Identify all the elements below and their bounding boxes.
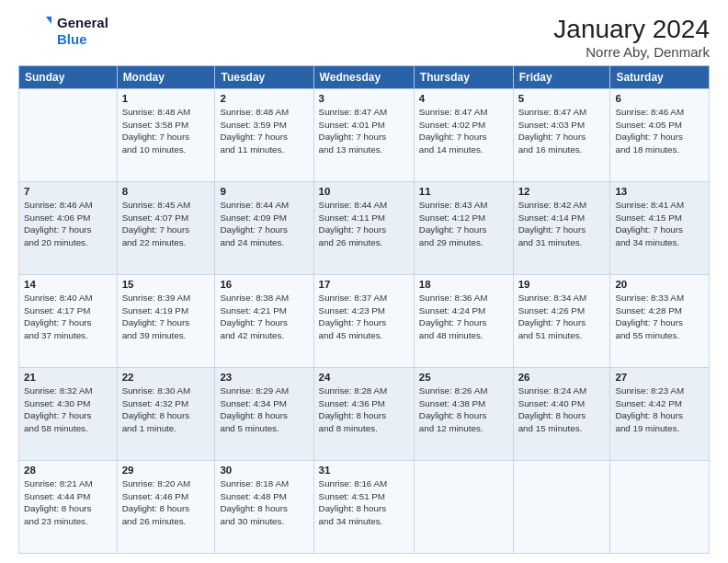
day-info: Sunrise: 8:46 AMSunset: 4:06 PMDaylight:… bbox=[24, 199, 112, 249]
weekday-header: Thursday bbox=[414, 66, 513, 89]
day-info: Sunrise: 8:48 AMSunset: 3:59 PMDaylight:… bbox=[220, 106, 308, 156]
calendar-cell: 30Sunrise: 8:18 AMSunset: 4:48 PMDayligh… bbox=[215, 461, 313, 554]
day-number: 20 bbox=[615, 279, 704, 290]
calendar-week-row: 1Sunrise: 8:48 AMSunset: 3:58 PMDaylight… bbox=[19, 89, 710, 182]
day-info: Sunrise: 8:42 AMSunset: 4:14 PMDaylight:… bbox=[518, 199, 606, 249]
logo-general: General bbox=[57, 15, 108, 31]
calendar-cell: 8Sunrise: 8:45 AMSunset: 4:07 PMDaylight… bbox=[117, 182, 215, 275]
day-number: 8 bbox=[122, 186, 210, 197]
calendar-week-row: 21Sunrise: 8:32 AMSunset: 4:30 PMDayligh… bbox=[19, 368, 710, 461]
calendar-week-row: 14Sunrise: 8:40 AMSunset: 4:17 PMDayligh… bbox=[19, 275, 710, 368]
calendar-header-row: SundayMondayTuesdayWednesdayThursdayFrid… bbox=[19, 66, 710, 89]
day-info: Sunrise: 8:33 AMSunset: 4:28 PMDaylight:… bbox=[615, 292, 704, 342]
day-info: Sunrise: 8:28 AMSunset: 4:36 PMDaylight:… bbox=[319, 385, 409, 435]
day-number: 6 bbox=[615, 93, 704, 104]
day-number: 24 bbox=[319, 372, 409, 383]
day-number: 23 bbox=[220, 372, 308, 383]
day-number: 12 bbox=[518, 186, 606, 197]
calendar-cell: 15Sunrise: 8:39 AMSunset: 4:19 PMDayligh… bbox=[117, 275, 215, 368]
calendar-cell bbox=[414, 461, 513, 554]
weekday-header: Friday bbox=[513, 66, 610, 89]
day-number: 30 bbox=[220, 465, 308, 476]
calendar-cell: 19Sunrise: 8:34 AMSunset: 4:26 PMDayligh… bbox=[513, 275, 610, 368]
day-number: 25 bbox=[419, 372, 508, 383]
day-info: Sunrise: 8:24 AMSunset: 4:40 PMDaylight:… bbox=[518, 385, 606, 435]
calendar-cell: 17Sunrise: 8:37 AMSunset: 4:23 PMDayligh… bbox=[313, 275, 414, 368]
weekday-header: Saturday bbox=[610, 66, 710, 89]
weekday-header: Tuesday bbox=[215, 66, 313, 89]
day-number: 14 bbox=[24, 279, 112, 290]
day-info: Sunrise: 8:39 AMSunset: 4:19 PMDaylight:… bbox=[122, 292, 210, 342]
day-number: 11 bbox=[419, 186, 508, 197]
day-number: 2 bbox=[220, 93, 308, 104]
calendar-cell: 4Sunrise: 8:47 AMSunset: 4:02 PMDaylight… bbox=[414, 89, 513, 182]
calendar-cell: 26Sunrise: 8:24 AMSunset: 4:40 PMDayligh… bbox=[513, 368, 610, 461]
calendar-week-row: 28Sunrise: 8:21 AMSunset: 4:44 PMDayligh… bbox=[19, 461, 710, 554]
day-info: Sunrise: 8:20 AMSunset: 4:46 PMDaylight:… bbox=[122, 477, 210, 528]
weekday-header: Sunday bbox=[19, 66, 118, 89]
day-info: Sunrise: 8:44 AMSunset: 4:11 PMDaylight:… bbox=[319, 199, 409, 249]
calendar-cell: 27Sunrise: 8:23 AMSunset: 4:42 PMDayligh… bbox=[610, 368, 710, 461]
calendar-cell: 23Sunrise: 8:29 AMSunset: 4:34 PMDayligh… bbox=[215, 368, 313, 461]
title-block: January 2024 Norre Aby, Denmark bbox=[553, 15, 710, 60]
calendar-cell: 6Sunrise: 8:46 AMSunset: 4:05 PMDaylight… bbox=[610, 89, 710, 182]
day-number: 22 bbox=[122, 372, 210, 383]
calendar-subtitle: Norre Aby, Denmark bbox=[553, 44, 710, 60]
day-info: Sunrise: 8:47 AMSunset: 4:03 PMDaylight:… bbox=[518, 106, 606, 156]
day-info: Sunrise: 8:48 AMSunset: 3:58 PMDaylight:… bbox=[122, 106, 210, 156]
day-info: Sunrise: 8:47 AMSunset: 4:01 PMDaylight:… bbox=[319, 106, 409, 156]
header: General Blue January 2024 Norre Aby, Den… bbox=[18, 15, 710, 60]
day-info: Sunrise: 8:37 AMSunset: 4:23 PMDaylight:… bbox=[319, 292, 409, 342]
day-number: 27 bbox=[615, 372, 704, 383]
day-number: 29 bbox=[122, 465, 210, 476]
weekday-header: Wednesday bbox=[313, 66, 414, 89]
calendar-cell: 29Sunrise: 8:20 AMSunset: 4:46 PMDayligh… bbox=[117, 461, 215, 554]
calendar-cell: 21Sunrise: 8:32 AMSunset: 4:30 PMDayligh… bbox=[19, 368, 118, 461]
calendar-cell: 31Sunrise: 8:16 AMSunset: 4:51 PMDayligh… bbox=[313, 461, 414, 554]
calendar-cell: 24Sunrise: 8:28 AMSunset: 4:36 PMDayligh… bbox=[313, 368, 414, 461]
calendar-cell bbox=[19, 89, 118, 182]
day-number: 17 bbox=[319, 279, 409, 290]
day-number: 7 bbox=[24, 186, 112, 197]
day-number: 1 bbox=[122, 93, 210, 104]
day-number: 21 bbox=[24, 372, 112, 383]
calendar-week-row: 7Sunrise: 8:46 AMSunset: 4:06 PMDaylight… bbox=[19, 182, 710, 275]
day-number: 28 bbox=[24, 465, 112, 476]
day-info: Sunrise: 8:34 AMSunset: 4:26 PMDaylight:… bbox=[518, 292, 606, 342]
calendar-cell: 25Sunrise: 8:26 AMSunset: 4:38 PMDayligh… bbox=[414, 368, 513, 461]
calendar-cell: 5Sunrise: 8:47 AMSunset: 4:03 PMDaylight… bbox=[513, 89, 610, 182]
day-info: Sunrise: 8:23 AMSunset: 4:42 PMDaylight:… bbox=[615, 385, 704, 435]
calendar-cell bbox=[610, 461, 710, 554]
day-number: 5 bbox=[518, 93, 606, 104]
calendar-cell: 11Sunrise: 8:43 AMSunset: 4:12 PMDayligh… bbox=[414, 182, 513, 275]
day-info: Sunrise: 8:32 AMSunset: 4:30 PMDaylight:… bbox=[24, 385, 112, 435]
day-number: 31 bbox=[319, 465, 409, 476]
day-info: Sunrise: 8:41 AMSunset: 4:15 PMDaylight:… bbox=[615, 199, 704, 249]
day-number: 16 bbox=[220, 279, 308, 290]
day-info: Sunrise: 8:26 AMSunset: 4:38 PMDaylight:… bbox=[419, 385, 508, 435]
calendar-cell: 14Sunrise: 8:40 AMSunset: 4:17 PMDayligh… bbox=[19, 275, 118, 368]
logo-blue: Blue bbox=[57, 31, 108, 48]
calendar-table: SundayMondayTuesdayWednesdayThursdayFrid… bbox=[18, 65, 710, 554]
day-number: 13 bbox=[615, 186, 704, 197]
logo-svg bbox=[18, 15, 51, 48]
calendar-cell: 9Sunrise: 8:44 AMSunset: 4:09 PMDaylight… bbox=[215, 182, 313, 275]
day-info: Sunrise: 8:16 AMSunset: 4:51 PMDaylight:… bbox=[319, 477, 409, 528]
day-number: 4 bbox=[419, 93, 508, 104]
logo: General Blue bbox=[18, 15, 108, 48]
day-info: Sunrise: 8:46 AMSunset: 4:05 PMDaylight:… bbox=[615, 106, 704, 156]
calendar-cell bbox=[513, 461, 610, 554]
calendar-cell: 1Sunrise: 8:48 AMSunset: 3:58 PMDaylight… bbox=[117, 89, 215, 182]
calendar-cell: 22Sunrise: 8:30 AMSunset: 4:32 PMDayligh… bbox=[117, 368, 215, 461]
day-number: 19 bbox=[518, 279, 606, 290]
day-number: 3 bbox=[319, 93, 409, 104]
day-info: Sunrise: 8:29 AMSunset: 4:34 PMDaylight:… bbox=[220, 385, 308, 435]
calendar-cell: 2Sunrise: 8:48 AMSunset: 3:59 PMDaylight… bbox=[215, 89, 313, 182]
calendar-title: January 2024 bbox=[553, 15, 710, 44]
day-info: Sunrise: 8:47 AMSunset: 4:02 PMDaylight:… bbox=[419, 106, 508, 156]
day-info: Sunrise: 8:36 AMSunset: 4:24 PMDaylight:… bbox=[419, 292, 508, 342]
page: General Blue January 2024 Norre Aby, Den… bbox=[0, 0, 728, 563]
calendar-cell: 10Sunrise: 8:44 AMSunset: 4:11 PMDayligh… bbox=[313, 182, 414, 275]
calendar-cell: 20Sunrise: 8:33 AMSunset: 4:28 PMDayligh… bbox=[610, 275, 710, 368]
day-number: 18 bbox=[419, 279, 508, 290]
